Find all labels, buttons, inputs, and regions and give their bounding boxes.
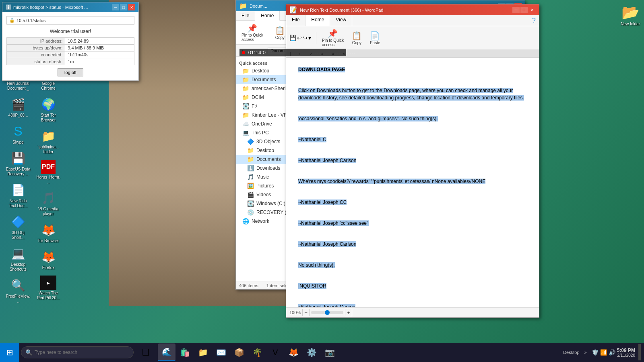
- system-clock[interactable]: 5:09 PM 2/11/2020: [617, 348, 635, 358]
- copy-button[interactable]: 📋 Copy: [272, 25, 287, 41]
- sidebar-pictures-label: Pictures: [256, 183, 274, 189]
- desktop-icon-desktop-shortcuts[interactable]: 💻 Desktop Shortcuts: [4, 244, 32, 274]
- mikrotik-maximize-button[interactable]: □: [120, 4, 127, 10]
- wordpad-titlebar: 📝 New Rich Text Document (366) - WordPad…: [286, 4, 539, 15]
- show-desktop-button[interactable]: [638, 344, 641, 360]
- desktop-button[interactable]: Desktop: [563, 350, 579, 355]
- desktop-icon-subliminal[interactable]: 📁 'sublimina... folder: [34, 126, 62, 156]
- taskbar-virtualbox-app[interactable]: V: [266, 343, 284, 361]
- mikrotik-value-bytes: 9.4 MiB / 38.9 MiB: [65, 45, 134, 51]
- taskbar-file-explorer-app[interactable]: 📁: [194, 343, 212, 361]
- sidebar-f-drive-label: F:\: [252, 103, 257, 109]
- mikrotik-titlebar: ℹ️ mikrotik hotspot > status - Microsoft…: [2, 2, 138, 12]
- file-explorer-icon: 📁: [239, 2, 247, 10]
- wp-undo-icon[interactable]: ↩: [297, 35, 302, 41]
- sidebar-onedrive-label: OneDrive: [252, 121, 272, 127]
- desktop-icon-watch-red-pill[interactable]: ▶ Watch The Red Pill 20...: [34, 274, 62, 302]
- wp-customize-icon[interactable]: ▾: [308, 35, 311, 41]
- mikrotik-security-icon: 🔒: [9, 18, 15, 23]
- chevron-icon: »: [584, 350, 587, 355]
- desktop-icon-horus[interactable]: PDF Horus_Herm...: [34, 158, 62, 186]
- content-line-1: DOWNLOADS PAGE: [298, 66, 527, 73]
- taskbar-tripadvisor-app[interactable]: 🌴: [248, 343, 266, 361]
- pin-to-quick-access-button[interactable]: 📌 Pin to Quickaccess: [239, 23, 266, 43]
- desktop: 🛡️ AVG 📁 Documents Shortcut 📝 New Journa…: [0, 0, 644, 362]
- content-line-20: [298, 272, 527, 279]
- desktop-icon-skype[interactable]: S Skype: [4, 121, 32, 146]
- antivirus-icon[interactable]: 🛡️: [592, 349, 599, 356]
- freefileview-label: FreeFileView...: [6, 294, 31, 304]
- wp-toolbar-sep: [316, 32, 316, 44]
- mikrotik-content: 🔒 10.5.0.1/status Welcome trial user! IP…: [2, 12, 138, 80]
- taskbar-amazon-app[interactable]: 📦: [230, 343, 248, 361]
- tab-wp-file[interactable]: File: [286, 15, 305, 26]
- desktop-icon-vlc[interactable]: 🎵 VLC media player: [34, 188, 62, 218]
- new-folder-top-right-label: New folder: [621, 22, 640, 26]
- desktop-icon-easeus[interactable]: 💾 EaseUS Data Recovery ...: [4, 148, 32, 178]
- sidebar-recovery-d-icon: 💿: [247, 209, 254, 216]
- taskbar-edge-app[interactable]: 🌊: [158, 343, 175, 361]
- file-explorer-taskbar-icon: 📁: [198, 348, 208, 357]
- taskview-button[interactable]: ❏: [137, 343, 155, 362]
- start-icon: ⊞: [6, 348, 13, 357]
- taskbar-search-input[interactable]: [35, 350, 129, 355]
- taskbar-pinned-apps: 🌊 🛍️ 📁 ✉️ 📦 🌴 V 🦊: [156, 343, 560, 361]
- vlc-icon: 🎵: [40, 190, 56, 206]
- start-button[interactable]: ⊞: [0, 343, 19, 362]
- wordpad-toolbar: 💾 ↩ ↪ ▾ 📌 Pin to Quickaccess 📋 Copy 📄 Pa…: [286, 26, 539, 50]
- mikrotik-url: 10.5.0.1/status: [17, 18, 45, 23]
- desktop-icon-freefileview[interactable]: 🔍 FreeFileView...: [4, 276, 32, 305]
- wordpad-content[interactable]: DOWNLOADS PAGE Click on Downloads button…: [286, 58, 539, 307]
- tab-file[interactable]: File: [236, 11, 255, 21]
- wordpad-maximize-button[interactable]: □: [520, 7, 528, 13]
- taskbar-firefox-app[interactable]: 🦊: [285, 343, 302, 361]
- subliminal-icon: 📁: [40, 128, 56, 144]
- horus-icon: PDF: [41, 160, 56, 174]
- wp-help-icon[interactable]: ?: [532, 17, 536, 24]
- new-rich-text-label: New Rich Text Doc...: [6, 199, 31, 208]
- wp-redo-icon[interactable]: ↪: [303, 35, 308, 41]
- volume-icon[interactable]: 🔊: [609, 349, 615, 356]
- content-line-2: [298, 76, 527, 84]
- mikrotik-close-button[interactable]: ✕: [128, 4, 135, 10]
- tab-wp-view[interactable]: View: [330, 15, 352, 26]
- sidebar-kimber-icon: 📁: [242, 112, 249, 118]
- desktop-icon-tor-browser[interactable]: 🦊 Tor Browser: [34, 220, 62, 245]
- taskbar-settings-app[interactable]: ⚙️: [303, 343, 320, 361]
- start-tor-icon: 🌍: [40, 96, 56, 112]
- taskbar-search-box[interactable]: 🔍: [21, 346, 134, 358]
- chrome-label: Google Chrome: [36, 81, 61, 91]
- new-folder-top-right[interactable]: 📂 New folder: [621, 4, 640, 26]
- tab-home[interactable]: Home: [255, 11, 280, 21]
- freefileview-icon: 🔍: [10, 277, 26, 293]
- pin-label: Pin to Quickaccess: [242, 33, 263, 42]
- desktop-icon-480p[interactable]: 🎬 480P_60...: [4, 95, 32, 119]
- wordpad-close-button[interactable]: ✕: [528, 7, 536, 13]
- content-line-13: ~Nathaniel Joseph CC: [298, 199, 527, 206]
- mikrotik-address-bar[interactable]: 🔒 10.5.0.1/status: [6, 16, 134, 25]
- zoom-level: 100%: [289, 310, 301, 315]
- taskbar-store-app[interactable]: 🛍️: [176, 343, 194, 361]
- desktop-icon-new-rich-text[interactable]: 📄 New Rich Text Doc...: [4, 180, 32, 210]
- desktop-icon-firefox[interactable]: 🦊 Firefox: [34, 247, 62, 272]
- desktop-icon-start-tor[interactable]: 🌍 Start Tor Browser: [34, 95, 62, 124]
- network-tray-icon[interactable]: 📶: [600, 349, 607, 356]
- taskbar-camera-app[interactable]: 📷: [321, 343, 339, 361]
- zoom-minus-button[interactable]: −: [302, 309, 310, 316]
- content-line-8: [298, 146, 527, 154]
- wordpad-minimize-button[interactable]: ─: [512, 7, 520, 13]
- wp-pin-button[interactable]: 📌 Pin to Quickaccess: [320, 28, 346, 48]
- wp-copy-button[interactable]: 📋 Copy: [349, 30, 364, 46]
- mikrotik-minimize-button[interactable]: ─: [112, 4, 119, 10]
- sidebar-desktop-sub-icon: 📁: [247, 147, 254, 154]
- sidebar-this-pc-label: This PC: [252, 130, 269, 136]
- zoom-slider[interactable]: [311, 311, 343, 314]
- wp-save-icon[interactable]: 💾: [289, 35, 296, 41]
- zoom-plus-button[interactable]: +: [345, 309, 352, 316]
- wp-paste-button[interactable]: 📄 Paste: [367, 30, 383, 46]
- file-explorer-title: Docum...: [250, 4, 267, 8]
- logoff-button[interactable]: log off: [58, 68, 83, 76]
- desktop-icon-3d-obj[interactable]: 🔷 3D Obj Short...: [4, 212, 32, 242]
- tab-wp-home[interactable]: Home: [305, 15, 330, 26]
- taskbar-mail-app[interactable]: ✉️: [212, 343, 230, 361]
